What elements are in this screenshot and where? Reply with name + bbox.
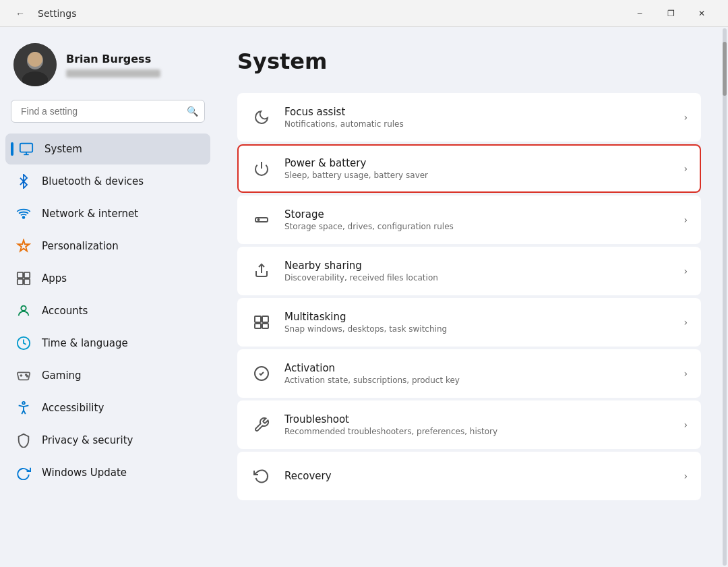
setting-text-multitasking: Multitasking Snap windows, desktops, tas… [284, 311, 671, 334]
setting-text-troubleshoot: Troubleshoot Recommended troubleshooters… [284, 413, 671, 436]
sidebar-item-time[interactable]: Time & language [5, 328, 210, 359]
setting-text-focus: Focus assist Notifications, automatic ru… [284, 106, 671, 129]
settings-list: Focus assist Notifications, automatic ru… [237, 93, 701, 500]
chevron-icon: › [684, 112, 688, 123]
main-container: Brian Burgess 🔍 System Bluetooth & devic… [0, 27, 728, 567]
sidebar-item-windowsupdate[interactable]: Windows Update [5, 457, 210, 488]
sidebar-item-personalization[interactable]: Personalization [5, 231, 210, 262]
svg-rect-11 [18, 279, 23, 285]
setting-item-troubleshoot[interactable]: Troubleshoot Recommended troubleshooters… [237, 400, 701, 449]
svg-rect-12 [24, 279, 30, 285]
content-inner: System Focus assist Notifications, autom… [216, 27, 723, 567]
setting-item-storage[interactable]: Storage Storage space, drives, configura… [237, 196, 701, 244]
svg-point-13 [21, 306, 26, 311]
content-scroll-wrap: System Focus assist Notifications, autom… [216, 27, 728, 567]
user-info: Brian Burgess [66, 53, 160, 78]
setting-desc-multitasking: Snap windows, desktops, task switching [284, 324, 671, 334]
setting-item-multitasking[interactable]: Multitasking Snap windows, desktops, tas… [237, 298, 701, 347]
sidebar-item-accessibility[interactable]: Accessibility [5, 392, 210, 423]
wrench-icon [251, 414, 272, 436]
accessibility-icon [15, 399, 32, 417]
chevron-icon: › [684, 266, 688, 276]
scrollbar[interactable] [723, 28, 727, 566]
time-icon [15, 334, 32, 352]
setting-title-power: Power & battery [284, 157, 671, 169]
multitask-icon [251, 311, 272, 333]
nav-label: Apps [42, 272, 67, 285]
network-icon [15, 205, 32, 222]
setting-title-focus: Focus assist [284, 106, 671, 118]
setting-desc-troubleshoot: Recommended troubleshooters, preferences… [284, 427, 671, 436]
setting-title-storage: Storage [284, 208, 671, 220]
search-input[interactable] [11, 100, 205, 123]
setting-item-focus[interactable]: Focus assist Notifications, automatic ru… [237, 93, 701, 142]
avatar [13, 43, 57, 86]
svg-point-17 [22, 402, 25, 405]
svg-rect-9 [18, 272, 23, 278]
gaming-icon [15, 367, 32, 384]
setting-item-recovery[interactable]: Recovery › [237, 452, 701, 500]
svg-rect-10 [24, 272, 30, 278]
chevron-icon: › [684, 419, 688, 430]
close-button[interactable]: ✕ [686, 3, 717, 24]
paint-icon [15, 237, 32, 255]
svg-rect-22 [255, 316, 261, 322]
accounts-icon [15, 302, 32, 320]
app-title: Settings [38, 8, 76, 19]
sidebar-item-apps[interactable]: Apps [5, 263, 210, 294]
setting-item-power[interactable]: Power & battery Sleep, battery usage, ba… [237, 144, 701, 193]
setting-text-power: Power & battery Sleep, battery usage, ba… [284, 157, 671, 180]
window-controls: – ❐ ✕ [624, 3, 717, 24]
minimize-button[interactable]: – [624, 3, 655, 24]
sidebar-item-gaming[interactable]: Gaming [5, 360, 210, 391]
chevron-icon: › [684, 163, 688, 174]
user-name: Brian Burgess [66, 53, 160, 65]
scrollbar-thumb[interactable] [723, 42, 727, 96]
setting-title-troubleshoot: Troubleshoot [284, 413, 671, 425]
nav-label: Gaming [42, 369, 82, 382]
setting-desc-storage: Storage space, drives, configuration rul… [284, 222, 671, 231]
setting-desc-activation: Activation state, subscriptions, product… [284, 376, 671, 385]
setting-desc-nearby: Discoverability, received files location [284, 273, 671, 282]
sidebar-item-bluetooth[interactable]: Bluetooth & devices [5, 166, 210, 197]
sidebar-item-privacy[interactable]: Privacy & security [5, 425, 210, 456]
privacy-icon [15, 431, 32, 449]
search-box: 🔍 [11, 100, 205, 123]
maximize-button[interactable]: ❐ [655, 3, 686, 24]
check-icon [251, 363, 272, 384]
nav-label: Accounts [42, 305, 88, 317]
sidebar-item-network[interactable]: Network & internet [5, 198, 210, 229]
setting-title-recovery: Recovery [284, 470, 671, 482]
back-button[interactable]: ← [11, 4, 30, 23]
svg-point-3 [28, 52, 42, 67]
nav-label: Network & internet [42, 208, 138, 220]
storage-icon [251, 209, 272, 231]
nav-label: Time & language [42, 337, 128, 349]
svg-rect-24 [255, 324, 261, 328]
share-icon [251, 260, 272, 282]
setting-text-recovery: Recovery [284, 470, 671, 482]
power-icon [251, 158, 272, 179]
sidebar-item-system[interactable]: System [5, 133, 210, 165]
svg-point-8 [23, 216, 25, 218]
chevron-icon: › [684, 471, 688, 481]
nav-label: Personalization [42, 240, 119, 252]
chevron-icon: › [684, 368, 688, 379]
nav-label: Windows Update [42, 467, 127, 479]
search-icon: 🔍 [187, 106, 198, 117]
setting-desc-focus: Notifications, automatic rules [284, 119, 671, 129]
setting-desc-power: Sleep, battery usage, battery saver [284, 171, 671, 180]
sidebar: Brian Burgess 🔍 System Bluetooth & devic… [0, 27, 216, 567]
setting-title-nearby: Nearby sharing [284, 260, 671, 272]
setting-title-activation: Activation [284, 362, 671, 374]
setting-text-nearby: Nearby sharing Discoverability, received… [284, 260, 671, 282]
svg-rect-5 [20, 144, 32, 152]
apps-icon [15, 270, 32, 287]
setting-item-activation[interactable]: Activation Activation state, subscriptio… [237, 349, 701, 398]
content: System Focus assist Notifications, autom… [216, 27, 723, 527]
bluetooth-icon [15, 173, 32, 190]
user-section: Brian Burgess [5, 27, 210, 100]
nav-label: Accessibility [42, 402, 104, 414]
sidebar-item-accounts[interactable]: Accounts [5, 295, 210, 326]
setting-item-nearby[interactable]: Nearby sharing Discoverability, received… [237, 247, 701, 295]
